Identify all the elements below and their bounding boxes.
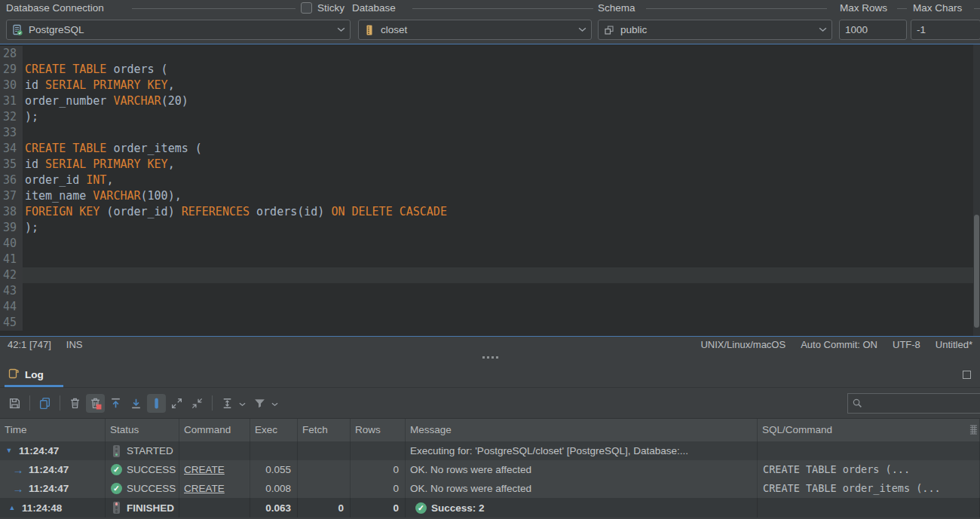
- column-header-time[interactable]: Time: [0, 419, 106, 441]
- editor-line[interactable]: 40: [0, 236, 980, 252]
- chevron-down-icon: [578, 27, 586, 32]
- expander-right-icon[interactable]: →: [12, 460, 24, 479]
- encoding[interactable]: UTF-8: [893, 339, 920, 350]
- command-cell: CREATE: [179, 460, 250, 479]
- column-header-fetch[interactable]: Fetch: [298, 419, 351, 441]
- log-tab-bar: Log: [0, 362, 980, 388]
- collapse-all-button[interactable]: [188, 394, 207, 413]
- chevron-down-icon[interactable]: [271, 396, 278, 410]
- log-row[interactable]: ▼11:24:47STARTEDExecuting for: 'PostgreS…: [0, 441, 980, 460]
- line-number: 28: [0, 46, 23, 62]
- expander-right-icon[interactable]: →: [12, 479, 24, 498]
- log-row[interactable]: →11:24:47✓SUCCESSCREATE0.0550OK. No rows…: [0, 460, 980, 479]
- status-value: SUCCESS: [127, 460, 176, 479]
- log-table: TimeStatusCommandExecFetchRowsMessageSQL…: [0, 419, 980, 519]
- line-number: 36: [0, 172, 23, 188]
- column-header-sql-command[interactable]: SQL/Command: [758, 419, 980, 441]
- column-header-exec[interactable]: Exec: [250, 419, 298, 441]
- exec-cell: 0.008: [250, 479, 298, 498]
- fetch-cell: [298, 441, 351, 460]
- save-button[interactable]: [5, 394, 24, 413]
- tail-button[interactable]: [147, 394, 166, 413]
- filter-button[interactable]: [250, 394, 269, 413]
- editor-line[interactable]: 39);: [0, 220, 980, 236]
- expander-up-icon[interactable]: ▲: [7, 499, 17, 517]
- chevron-down-icon[interactable]: [239, 396, 246, 410]
- splitter-handle[interactable]: [0, 353, 980, 362]
- command-link[interactable]: CREATE: [184, 460, 225, 479]
- expand-all-button[interactable]: [167, 394, 186, 413]
- connection-combo[interactable]: PostgreSQL: [6, 20, 351, 40]
- editor-line[interactable]: 45: [0, 315, 980, 331]
- editor-line[interactable]: 30id SERIAL PRIMARY KEY,: [0, 78, 980, 93]
- editor-line[interactable]: 34CREATE TABLE order_items (: [0, 141, 980, 157]
- log-search-input[interactable]: [863, 398, 980, 409]
- editor-line[interactable]: 28: [0, 46, 980, 62]
- scroll-to-top-button[interactable]: [106, 394, 125, 413]
- line-number: 43: [0, 283, 23, 299]
- expander-down-icon[interactable]: ▼: [4, 441, 14, 460]
- code-text: [23, 267, 25, 283]
- column-header-rows[interactable]: Rows: [351, 419, 406, 441]
- max-rows-input[interactable]: [839, 20, 907, 40]
- log-row[interactable]: ▲11:24:48FINISHED0.06300✓Success: 2: [0, 498, 980, 517]
- copy-button[interactable]: [35, 394, 54, 413]
- auto-commit[interactable]: Auto Commit: ON: [801, 339, 877, 350]
- insert-mode[interactable]: INS: [66, 339, 83, 350]
- sql-editor[interactable]: 2829CREATE TABLE orders (30id SERIAL PRI…: [0, 44, 980, 337]
- editor-line[interactable]: 36order_id INT,: [0, 172, 980, 188]
- editor-scrollbar-thumb[interactable]: [974, 215, 979, 328]
- scroll-to-end-button[interactable]: [127, 394, 145, 413]
- database-value: closet: [381, 24, 407, 35]
- editor-line[interactable]: 33: [0, 125, 980, 141]
- editor-line[interactable]: 35id SERIAL PRIMARY KEY,: [0, 157, 980, 172]
- message-cell: OK. No rows were affected: [406, 460, 758, 479]
- column-header-status[interactable]: Status: [106, 419, 179, 441]
- log-table-header: TimeStatusCommandExecFetchRowsMessageSQL…: [0, 419, 980, 441]
- editor-line[interactable]: 42: [0, 267, 980, 283]
- max-chars-input[interactable]: [911, 20, 980, 40]
- code-text: [23, 236, 25, 252]
- schema-value: public: [620, 24, 647, 35]
- editor-line[interactable]: 29CREATE TABLE orders (: [0, 62, 980, 78]
- code-text: CREATE TABLE order_items (: [23, 141, 202, 157]
- delete-button[interactable]: [66, 394, 84, 413]
- chevron-down-icon: [337, 27, 345, 32]
- scroll-to-end-icon: [130, 397, 142, 410]
- rows-cell: 0: [351, 479, 406, 498]
- file-name[interactable]: Untitled*: [936, 339, 972, 350]
- status-cell: FINISHED: [106, 498, 179, 517]
- editor-line[interactable]: 31order_number VARCHAR(20): [0, 93, 980, 109]
- tab-log[interactable]: Log: [8, 362, 44, 387]
- editor-line[interactable]: 32);: [0, 109, 980, 125]
- editor-line[interactable]: 41: [0, 252, 980, 267]
- database-combo[interactable]: closet: [358, 20, 592, 40]
- editor-line[interactable]: 44: [0, 299, 980, 315]
- status-bar: 42:1 [747] INS UNIX/Linux/macOS Auto Com…: [0, 337, 980, 353]
- schema-combo[interactable]: public: [598, 20, 832, 40]
- scroll-to-top-icon: [109, 397, 122, 410]
- divider: [132, 8, 296, 9]
- editor-line[interactable]: 37item_name VARCHAR(100),: [0, 188, 980, 204]
- column-header-command[interactable]: Command: [179, 419, 250, 441]
- editor-scrollbar[interactable]: [973, 44, 980, 336]
- editor-line[interactable]: 38FOREIGN KEY (order_id) REFERENCES orde…: [0, 204, 980, 220]
- command-link[interactable]: CREATE: [184, 479, 225, 498]
- rows-cell: [351, 441, 406, 460]
- sticky-checkbox[interactable]: [301, 2, 312, 14]
- line-number: 39: [0, 220, 23, 236]
- float-window-icon[interactable]: [963, 371, 971, 379]
- caret-position[interactable]: 42:1 [747]: [8, 339, 51, 350]
- column-header-message[interactable]: Message: [406, 419, 758, 441]
- status-cell: STARTED: [106, 441, 179, 460]
- editor-line[interactable]: 43: [0, 283, 980, 299]
- delete-filtered-button[interactable]: [86, 394, 105, 413]
- search-icon: [852, 398, 863, 409]
- code-text: [23, 315, 25, 331]
- status-value: STARTED: [127, 441, 173, 460]
- log-row[interactable]: →11:24:47✓SUCCESSCREATE0.0080OK. No rows…: [0, 479, 980, 498]
- line-ending[interactable]: UNIX/Linux/macOS: [700, 339, 786, 350]
- database-label: Database: [352, 2, 396, 14]
- table-settings-icon[interactable]: [969, 425, 978, 437]
- row-height-button[interactable]: [218, 394, 237, 413]
